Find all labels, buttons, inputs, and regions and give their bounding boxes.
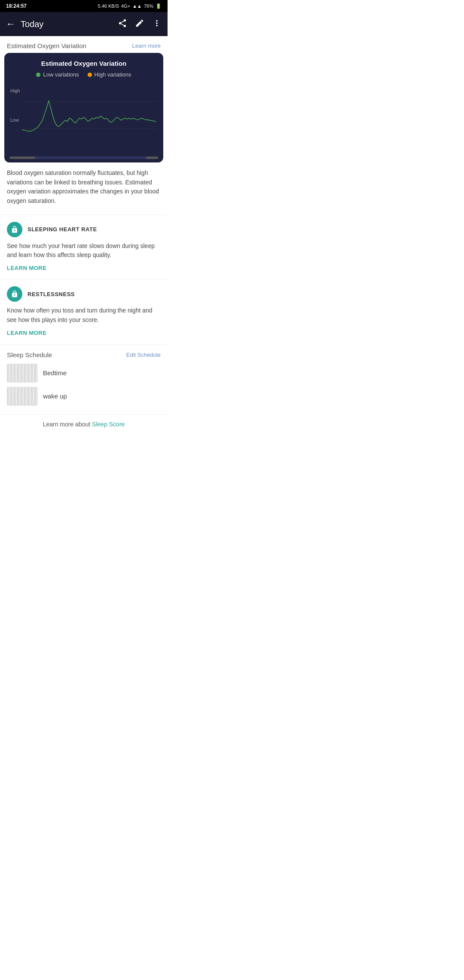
- sleeping-heart-rate-section: SLEEPING HEART RATE See how much your he…: [0, 214, 168, 276]
- bedtime-thumbnail: [7, 364, 38, 383]
- signal-icon: ▲▲: [132, 3, 142, 9]
- share-button[interactable]: [118, 18, 127, 30]
- app-title: Today: [21, 19, 118, 29]
- edit-schedule-link[interactable]: Edit Schedule: [126, 352, 161, 358]
- network-type: 4G+: [121, 3, 130, 9]
- chart-high-label: High: [10, 88, 20, 93]
- legend-high: High variations: [88, 71, 131, 78]
- back-button[interactable]: ←: [6, 18, 15, 30]
- svg-rect-0: [9, 85, 158, 151]
- edit-button[interactable]: [135, 18, 144, 30]
- chart-legend: Low variations High variations: [9, 71, 158, 78]
- network-speed: 5.46 KB/S: [98, 3, 119, 9]
- sleep-schedule-section: Sleep Schedule Edit Schedule Bedtime wak…: [0, 345, 168, 414]
- restlessness-label: RESTLESSNESS: [27, 291, 75, 297]
- status-right: 5.46 KB/S 4G+ ▲▲ 76% 🔋: [98, 3, 162, 9]
- sleeping-heart-rate-label: SLEEPING HEART RATE: [27, 226, 97, 233]
- battery: 76%: [144, 3, 153, 9]
- status-time: 18:24:57: [6, 3, 27, 9]
- more-button[interactable]: [152, 18, 162, 30]
- chart-low-label: Low: [10, 117, 19, 122]
- sleeping-heart-rate-header: SLEEPING HEART RATE: [7, 222, 161, 237]
- legend-high-label: High variations: [95, 71, 131, 78]
- sleeping-heart-rate-learn-more[interactable]: LEARN MORE: [7, 265, 46, 271]
- legend-dot-low: [36, 73, 40, 77]
- learn-more-link-top[interactable]: Learn more: [132, 43, 161, 49]
- oxygen-chart-svg: [9, 84, 158, 153]
- oxygen-chart-card: Estimated Oxygen Variation Low variation…: [4, 53, 163, 162]
- legend-low: Low variations: [36, 71, 79, 78]
- wakeup-thumbnail: [7, 387, 38, 406]
- sleep-schedule-title: Sleep Schedule: [7, 351, 52, 358]
- app-bar-actions: [118, 18, 162, 30]
- bedtime-row: Bedtime: [7, 364, 161, 383]
- sleeping-heart-rate-lock-icon: [7, 222, 22, 237]
- scrollbar-thumb-left: [9, 156, 35, 159]
- restlessness-section: RESTLESSNESS Know how often you toss and…: [0, 279, 168, 341]
- status-bar: 18:24:57 5.46 KB/S 4G+ ▲▲ 76% 🔋: [0, 0, 168, 12]
- scrollbar-thumb-right: [146, 156, 158, 159]
- restlessness-learn-more[interactable]: LEARN MORE: [7, 330, 46, 336]
- restlessness-header: RESTLESSNESS: [7, 286, 161, 302]
- bottom-link-bar: Learn more about Sleep Score: [0, 414, 168, 434]
- chart-title: Estimated Oxygen Variation: [9, 60, 158, 67]
- sleep-schedule-header: Sleep Schedule Edit Schedule: [7, 351, 161, 358]
- oxygen-section-title: Estimated Oxygen Variation: [7, 42, 86, 49]
- chart-scrollbar[interactable]: [9, 156, 158, 159]
- wakeup-label: wake up: [43, 392, 67, 400]
- wakeup-row: wake up: [7, 387, 161, 406]
- sleep-score-link[interactable]: Sleep Score: [92, 421, 125, 428]
- oxygen-description: Blood oxygen saturation normally fluctua…: [0, 162, 168, 212]
- sleeping-heart-rate-desc: See how much your heart rate slows down …: [7, 242, 161, 260]
- oxygen-section-header: Estimated Oxygen Variation Learn more: [0, 36, 168, 53]
- chart-svg-wrap: High Low: [9, 84, 158, 154]
- battery-icon: 🔋: [156, 3, 162, 9]
- restlessness-lock-icon: [7, 286, 22, 302]
- app-bar: ← Today: [0, 12, 168, 36]
- legend-dot-high: [88, 73, 92, 77]
- bottom-prefix-text: Learn more about: [43, 421, 91, 428]
- bedtime-label: Bedtime: [43, 369, 67, 377]
- legend-low-label: Low variations: [43, 71, 79, 78]
- restlessness-desc: Know how often you toss and turn during …: [7, 306, 161, 325]
